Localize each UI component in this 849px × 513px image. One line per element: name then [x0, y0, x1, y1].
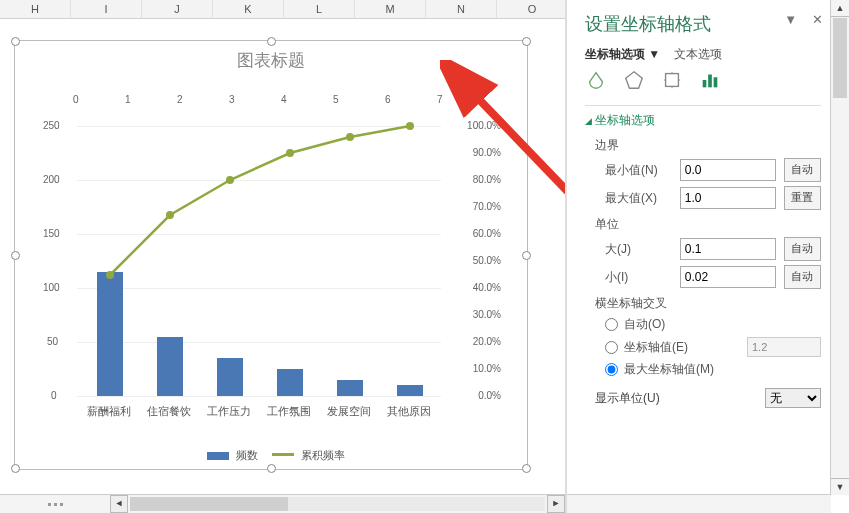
pane-dropdown-icon[interactable]: ▼ [784, 12, 797, 27]
resize-handle[interactable] [522, 464, 531, 473]
pane-close-icon[interactable]: ✕ [812, 12, 823, 27]
fill-icon[interactable] [585, 69, 607, 91]
col-header[interactable]: M [355, 0, 426, 18]
resize-handle[interactable] [267, 37, 276, 46]
col-header[interactable]: N [426, 0, 497, 18]
size-icon[interactable] [661, 69, 683, 91]
minor-label: 小(I) [605, 269, 672, 286]
cross-heading: 横坐标轴交叉 [585, 295, 821, 312]
pane-horizontal-scrollbar[interactable] [567, 494, 831, 513]
svg-point-1 [166, 211, 174, 219]
column-headers: H I J K L M N O [0, 0, 565, 19]
chart-object[interactable]: 图表标题 0 1 2 3 4 5 6 7 0 50 100 150 200 [14, 40, 528, 470]
legend-swatch-line [272, 453, 294, 456]
major-label: 大(J) [605, 241, 672, 258]
minor-auto-button[interactable]: 自动 [784, 265, 821, 289]
min-input[interactable] [680, 159, 776, 181]
major-auto-button[interactable]: 自动 [784, 237, 821, 261]
section-axis-options[interactable]: 坐标轴选项 [585, 112, 821, 129]
effects-icon[interactable] [623, 69, 645, 91]
legend[interactable]: 频数 累积频率 [15, 448, 527, 463]
svg-point-2 [226, 176, 234, 184]
resize-handle[interactable] [522, 251, 531, 260]
cross-auto-label: 自动(O) [624, 316, 665, 333]
bounds-heading: 边界 [585, 137, 821, 154]
scroll-track[interactable] [130, 497, 545, 511]
plot-area[interactable]: 0 1 2 3 4 5 6 7 0 50 100 150 200 250 0.0… [45, 96, 501, 436]
axis-icon[interactable] [699, 69, 721, 91]
scroll-right-button[interactable]: ► [547, 495, 565, 513]
scroll-left-button[interactable]: ◄ [110, 495, 128, 513]
min-auto-button[interactable]: 自动 [784, 158, 821, 182]
scroll-thumb[interactable] [833, 18, 847, 98]
svg-rect-11 [714, 77, 718, 87]
col-header[interactable]: H [0, 0, 71, 18]
col-header[interactable]: O [497, 0, 568, 18]
cross-at-value: 1.2 [747, 337, 821, 357]
resize-handle[interactable] [11, 251, 20, 260]
tab-text-options[interactable]: 文本选项 [674, 47, 722, 61]
scroll-up-button[interactable]: ▲ [831, 0, 849, 17]
cross-at-label: 坐标轴值(E) [624, 339, 688, 356]
max-label: 最大值(X) [605, 190, 672, 207]
line-series[interactable] [77, 126, 441, 396]
svg-point-5 [406, 122, 414, 130]
chart-title[interactable]: 图表标题 [15, 49, 527, 72]
legend-label: 累积频率 [301, 449, 345, 461]
legend-label: 频数 [236, 449, 258, 461]
cross-at-radio[interactable] [605, 341, 618, 354]
scroll-thumb[interactable] [130, 497, 288, 511]
resize-handle[interactable] [267, 464, 276, 473]
max-input[interactable] [680, 187, 776, 209]
svg-rect-10 [708, 75, 712, 88]
resize-handle[interactable] [522, 37, 531, 46]
col-header[interactable]: J [142, 0, 213, 18]
display-unit-label: 显示单位(U) [595, 390, 660, 407]
sheet-tab-splitter[interactable] [0, 494, 111, 513]
min-label: 最小值(N) [605, 162, 672, 179]
resize-handle[interactable] [11, 37, 20, 46]
max-reset-button[interactable]: 重置 [784, 186, 821, 210]
pane-vertical-scrollbar[interactable]: ▲ ▼ [830, 0, 849, 495]
minor-input[interactable] [680, 266, 776, 288]
resize-handle[interactable] [11, 464, 20, 473]
unit-heading: 单位 [585, 216, 821, 233]
horizontal-scrollbar[interactable]: ◄ ► [110, 494, 565, 513]
svg-marker-7 [626, 72, 643, 89]
legend-swatch-bar [207, 452, 229, 460]
svg-rect-9 [703, 80, 707, 87]
display-unit-select[interactable]: 无 [765, 388, 821, 408]
pane-tabs: 坐标轴选项 ▼ 文本选项 [585, 46, 821, 63]
property-category-icons [585, 69, 821, 91]
col-header[interactable]: L [284, 0, 355, 18]
tab-axis-options[interactable]: 坐标轴选项 ▼ [585, 47, 660, 61]
svg-point-4 [346, 133, 354, 141]
scroll-down-button[interactable]: ▼ [831, 478, 849, 495]
col-header[interactable]: I [71, 0, 142, 18]
cross-max-label: 最大坐标轴值(M) [624, 361, 714, 378]
cross-max-radio[interactable] [605, 363, 618, 376]
major-input[interactable] [680, 238, 776, 260]
cross-auto-radio[interactable] [605, 318, 618, 331]
worksheet-area: H I J K L M N O 图表标题 0 1 2 3 4 5 [0, 0, 566, 513]
col-header[interactable]: K [213, 0, 284, 18]
svg-point-3 [286, 149, 294, 157]
svg-rect-8 [666, 74, 679, 87]
format-axis-pane: 设置坐标轴格式 ▼ ✕ 坐标轴选项 ▼ 文本选项 坐标轴选项 边界 最小值(N)… [565, 0, 849, 513]
svg-point-0 [106, 271, 114, 279]
